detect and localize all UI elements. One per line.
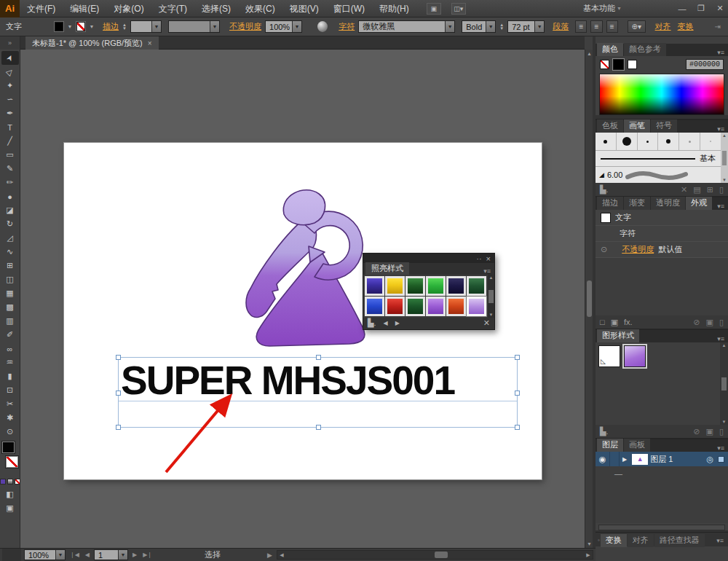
font-size-stepper[interactable]: ▲▼ (499, 23, 504, 31)
visibility-icon[interactable]: ⊙ (601, 245, 607, 254)
tool-eraser[interactable]: ◪ (1, 203, 19, 217)
first-artboard-icon[interactable]: ❘◀ (68, 552, 81, 558)
recolor-artwork-icon[interactable] (317, 21, 328, 32)
scroll-down-icon[interactable]: ▼ (489, 313, 494, 317)
stroke-dropdown-icon[interactable]: ▼ (89, 24, 95, 29)
restore-button[interactable]: ❐ (693, 4, 709, 13)
purple-gradient-style-swatch[interactable] (624, 345, 646, 367)
tool-type[interactable]: T (1, 120, 19, 134)
vertical-scroll-thumb[interactable] (587, 280, 592, 317)
scroll-left-icon[interactable]: ◀ (277, 552, 286, 558)
paragraph-panel-link[interactable]: 段落 (553, 21, 569, 32)
scroll-up-icon[interactable]: ▲ (489, 275, 494, 280)
white-swatch[interactable] (628, 60, 637, 69)
next-artboard-icon[interactable]: ▶ (131, 552, 138, 558)
transform-panel-link[interactable]: 变换 (678, 21, 694, 32)
fill-swatch[interactable] (2, 442, 15, 453)
style-swatch-dark-green[interactable] (405, 276, 425, 296)
tab-transform[interactable]: 变换 (601, 534, 627, 547)
tool-pencil[interactable]: ✏ (1, 176, 19, 189)
font-size-dropdown[interactable]: 72 pt▼ (507, 20, 545, 33)
style-library-tab[interactable]: 照亮样式 (365, 262, 409, 275)
tab-layers[interactable]: 图层 (597, 439, 623, 452)
new-fill-icon[interactable]: ▣ (611, 318, 618, 327)
tool-scale[interactable]: ◿ (1, 231, 19, 245)
handle-bottom-left[interactable] (116, 425, 121, 430)
panel-menu-icon[interactable]: ▾≡ (715, 444, 727, 452)
brushes-scrollbar[interactable]: ▲ ▼ (721, 133, 728, 183)
new-effect-icon[interactable]: fx. (624, 318, 633, 326)
style-swatch-indigo[interactable] (365, 276, 384, 296)
style-swatch-forest[interactable] (467, 276, 486, 296)
tool-symbol-sprayer[interactable]: ♒ (1, 356, 19, 369)
style-swatch-purple[interactable] (426, 297, 446, 316)
tool-hand[interactable]: ✱ (1, 411, 19, 425)
layer-selection-indicator[interactable] (718, 456, 724, 463)
none-button[interactable] (15, 479, 20, 484)
brush-libraries-icon[interactable]: ▙. (600, 185, 609, 195)
tool-line-segment[interactable]: ╱ (1, 134, 19, 148)
tool-column-graph[interactable]: ▮ (1, 369, 19, 383)
tool-eyedropper[interactable]: ✐ (1, 328, 19, 342)
stroke-panel-link[interactable]: 描边 (103, 21, 119, 32)
style-swatch-yellow[interactable] (385, 276, 405, 296)
next-library-icon[interactable]: ▶ (395, 320, 400, 326)
duplicate-item-icon[interactable]: ▣ (706, 318, 713, 327)
tool-blob-brush[interactable]: ● (1, 189, 19, 203)
screen-mode-button[interactable]: ▣ (1, 501, 19, 515)
handle-bottom-center[interactable] (316, 425, 321, 430)
tool-shape-builder[interactable]: ◫ (1, 272, 19, 286)
tab-artboards[interactable]: 画板 (624, 439, 650, 452)
color-button[interactable] (0, 479, 6, 484)
handle-mid-right[interactable] (515, 391, 520, 396)
style-swatch-green[interactable] (426, 276, 446, 296)
menu-window[interactable]: 窗口(W) (326, 0, 372, 17)
panel-menu-icon[interactable]: ▾≡ (715, 49, 727, 56)
panel-menu-icon[interactable]: ▾≡ (714, 537, 726, 544)
tool-rotate[interactable]: ↻ (1, 217, 19, 231)
align-right-button[interactable]: ≡ (606, 20, 618, 33)
tool-magic-wand[interactable]: ✦ (1, 79, 19, 93)
brush-options-icon[interactable]: ▤ (693, 185, 700, 195)
opacity-panel-link[interactable]: 不透明度 (229, 21, 261, 32)
layers-bottom-scrollbar[interactable] (598, 525, 725, 530)
handle-top-right[interactable] (515, 355, 520, 360)
menu-type[interactable]: 文字(T) (151, 0, 194, 17)
delete-item-icon[interactable]: ▯ (719, 318, 724, 327)
basic-brush-row[interactable]: 基本 (596, 150, 721, 166)
break-link-style-icon[interactable]: ⊘ (693, 427, 700, 436)
style-swatch-green-swirl[interactable] (405, 297, 425, 316)
zoom-level-dropdown[interactable]: 100%▼ (24, 549, 66, 560)
handle-top-center[interactable] (316, 355, 321, 360)
tool-zoom[interactable]: ⊙ (1, 425, 19, 439)
menu-help[interactable]: 帮助(H) (372, 0, 416, 17)
style-swatch-blue[interactable] (365, 297, 384, 316)
workspace-switcher[interactable]: 基本功能 (583, 3, 615, 14)
tool-perspective-grid[interactable]: ▦ (1, 286, 19, 300)
stroke-weight-dropdown[interactable]: ▼ (130, 20, 162, 33)
scroll-up-icon[interactable]: ▲ (722, 343, 727, 348)
handle-bottom-right[interactable] (515, 425, 520, 430)
menu-file[interactable]: 文件(F) (20, 0, 63, 17)
tool-blend[interactable]: ∞ (1, 342, 19, 356)
tab-symbols[interactable]: 符号 (651, 119, 677, 133)
scroll-down-icon[interactable]: ▼ (722, 420, 727, 424)
align-panel-link[interactable]: 对齐 (655, 21, 671, 32)
scroll-down-icon[interactable]: ▼ (722, 178, 727, 182)
scroll-thumb[interactable] (721, 377, 727, 391)
tab-brushes[interactable]: 画笔 (624, 119, 650, 133)
opacity-dropdown[interactable]: 100%▼ (265, 20, 302, 33)
minimize-button[interactable]: — (674, 4, 690, 13)
delete-brush-icon[interactable]: ▯ (719, 185, 724, 195)
appearance-row-opacity[interactable]: ⊙ 不透明度 默认值 (596, 242, 728, 258)
menu-effect[interactable]: 效果(C) (238, 0, 282, 17)
color-spectrum[interactable] (599, 74, 724, 115)
horizontal-scrollbar[interactable]: ◀ ▶ (277, 550, 593, 560)
vertical-scrollbar[interactable]: ▲ ▼ (585, 50, 593, 548)
tab-transparency[interactable]: 透明度 (651, 197, 685, 210)
tool-width[interactable]: ∿ (1, 245, 19, 259)
align-center-button[interactable]: ≡ (590, 20, 602, 33)
tool-mesh[interactable]: ▩ (1, 300, 19, 314)
menu-select[interactable]: 选择(S) (194, 0, 238, 17)
envelope-distort-icon[interactable]: ⊕▾ (628, 20, 646, 33)
